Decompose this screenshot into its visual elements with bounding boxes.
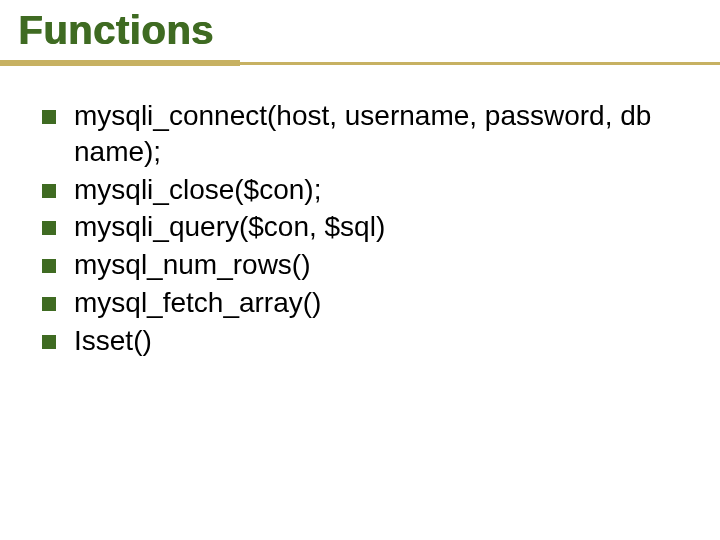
square-bullet-icon [42, 259, 56, 273]
square-bullet-icon [42, 335, 56, 349]
square-bullet-icon [42, 110, 56, 124]
list-item-text: Isset() [74, 323, 152, 359]
list-item: mysqli_close($con); [42, 172, 690, 208]
slide: Functions mysqli_connect(host, username,… [0, 0, 720, 540]
list-item: mysql_num_rows() [42, 247, 690, 283]
list-item-text: mysqli_close($con); [74, 172, 321, 208]
title-underline-accent [0, 60, 240, 66]
list-item-text: mysqli_connect(host, username, password,… [74, 98, 690, 170]
slide-title: Functions [18, 8, 214, 53]
square-bullet-icon [42, 221, 56, 235]
list-item: mysql_fetch_array() [42, 285, 690, 321]
list-item-text: mysql_num_rows() [74, 247, 311, 283]
list-item: mysqli_query($con, $sql) [42, 209, 690, 245]
list-item: Isset() [42, 323, 690, 359]
square-bullet-icon [42, 297, 56, 311]
square-bullet-icon [42, 184, 56, 198]
list-item-text: mysql_fetch_array() [74, 285, 321, 321]
bullet-list: mysqli_connect(host, username, password,… [42, 98, 690, 361]
list-item: mysqli_connect(host, username, password,… [42, 98, 690, 170]
list-item-text: mysqli_query($con, $sql) [74, 209, 385, 245]
